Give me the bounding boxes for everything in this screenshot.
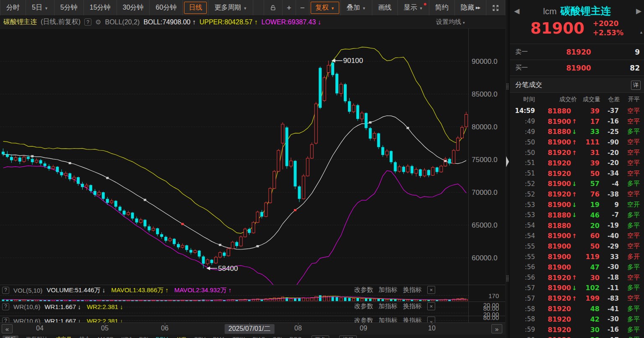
collapse-panel-arrow-icon[interactable] [506,156,509,167]
tick-row[interactable]: :5381900↓199空开 [510,199,644,210]
close-icon[interactable]: × [427,286,435,294]
detail-button[interactable]: 详 [631,81,641,90]
lock-icon-button[interactable] [264,0,283,16]
toolbar-button-daily[interactable]: 日线 [183,0,208,16]
panel-splitter[interactable] [505,0,510,338]
tick-row[interactable]: :548188020-19多平 [510,220,644,231]
toolbar-button-overlay[interactable]: 叠加▼ [341,0,372,16]
toolbar-button-draw-line[interactable]: 画线 [372,0,398,16]
tick-row[interactable]: :588192042-30多平 [510,314,644,325]
tick-openclose-flag: 空平 [619,242,641,250]
tick-oi-change: 33 [600,253,619,261]
help-icon[interactable]: ? [2,317,9,323]
add-indicator-link[interactable]: 加指标 [379,317,397,322]
scroll-left-button[interactable]: « [2,324,13,333]
indicator-shortcut-WR[interactable]: WR [177,335,187,338]
toolbar-button-more-periods[interactable]: 更多周期▼ [208,0,253,16]
toolbar-button-zoom-in[interactable]: + [283,0,296,16]
change-params-link[interactable]: 改参数 [354,317,373,322]
indicator-shortcut-BOLL[interactable]: BOLL [156,335,170,338]
expand-icon-button[interactable] [486,0,505,16]
button-label: 30分钟 [123,3,144,12]
toolbar-button-fuquan[interactable]: 复权▼ [309,0,341,16]
tick-row[interactable]: :558190011933多开 [510,252,644,262]
toolbar-button-30min[interactable]: 30分钟 [117,0,150,16]
toolbar-button-60min[interactable]: 60分钟 [150,0,183,16]
indicator-shortcut-持仓[interactable]: 持仓 [79,335,90,338]
drag-handle[interactable] [506,83,509,90]
switch-indicator-link[interactable]: 换指标 [403,286,422,294]
candlestick-chart[interactable]: 9010058400 [0,29,505,322]
help-icon[interactable]: ? [84,18,91,26]
toolbar-button-display[interactable]: 显示▼ [398,0,429,16]
tick-row[interactable]: :5481900↑60-40空平 [510,231,644,241]
drag-handle[interactable] [506,275,509,282]
toolbar-button-15min[interactable]: 15分钟 [84,0,117,16]
tick-time: :51 [513,159,535,167]
bid-row[interactable]: 买一 81900 82 [510,60,644,76]
tick-row[interactable]: :5281920↑76-38空平 [510,189,644,199]
indicator-shortcut-MACD[interactable]: MACD [98,335,114,338]
toolbar-button-simple[interactable]: 简约 [429,0,455,16]
tick-row[interactable]: :5081920↑31-20空平 [510,147,644,158]
tick-list[interactable]: 14:598188039-37空平:4981900↑17-16空平:498188… [510,106,644,338]
change-params-link[interactable]: 改参数 [354,302,373,310]
tick-row[interactable]: :588192048-41多平 [510,304,644,314]
close-icon[interactable]: × [427,302,435,310]
change-params-link[interactable]: 改参数 [354,286,373,294]
collapse-icon[interactable]: ⌄ [427,317,435,322]
toolbar-button-zoom-out[interactable]: − [296,0,309,16]
tick-price: 81880 [535,211,571,219]
indicator-shortcut-CCI[interactable]: CCI [273,335,282,338]
next-contract-arrow-icon[interactable]: ▶ [636,7,641,16]
indicator-shortcut-横屏[interactable]: 横屏 [339,335,357,338]
tick-row[interactable]: :598192030-16多平 [510,325,644,335]
tick-row[interactable]: :4981880↓33-25多平 [510,127,644,137]
indicator-shortcut-RSI[interactable]: RSI [139,335,148,338]
indicator-shortcut-BIAS[interactable]: BIAS [252,335,265,338]
tick-row[interactable]: 14:598188039-37空平 [510,106,644,116]
switch-indicator-link[interactable]: 换指标 [403,317,422,322]
indicator-shortcut-恢复默认[interactable]: 恢复默认 [26,335,48,338]
tick-row[interactable]: :518192050-34空平 [510,168,644,179]
toolbar-button-5day[interactable]: 5日▼ [26,0,55,16]
up-arrow-icon: ↑ [571,118,578,125]
ask-row[interactable]: 卖一 81920 9 [510,44,644,60]
indicator-shortcut-DMA[interactable]: DMA [213,335,225,338]
help-icon[interactable]: ? [2,303,9,310]
gear-icon[interactable]: ⚙ [95,18,101,26]
add-indicator-link[interactable]: 加指标 [379,286,397,294]
indicator-shortcut-指标[interactable]: 指标 [3,335,18,338]
tick-row[interactable]: :5281900↓57-4多平 [510,179,644,189]
scroll-right-button[interactable]: » [491,324,502,333]
tick-openclose-flag: 空开 [619,201,641,209]
tick-row[interactable]: :568190047-30多平 [510,262,644,272]
toolbar-button-5min[interactable]: 5分钟 [55,0,84,16]
toolbar-button-minute[interactable]: 分时 [0,0,26,16]
tick-row[interactable]: :4981900↑17-16空平 [510,116,644,127]
indicator-shortcut-TRIX[interactable]: TRIX [233,335,245,338]
tick-row[interactable]: :5781920↑199-83空平 [510,293,644,304]
indicator-shortcut-ROC[interactable]: ROC [289,335,301,338]
tick-row[interactable]: :5081900↑111-90空平 [510,137,644,147]
indicator-shortcut-两色[interactable]: 两色 [312,335,329,338]
help-icon[interactable]: ? [2,287,9,294]
switch-indicator-link[interactable]: 换指标 [403,302,422,310]
ma-settings-button[interactable]: 设置均线▾ [436,18,465,26]
tick-price: 81880 [535,222,571,230]
tick-row[interactable]: :5381880↓46-7多平 [510,210,644,220]
tick-row[interactable]: :5681920↑30-18空平 [510,272,644,283]
indicator-shortcut-OBV[interactable]: OBV [194,335,205,338]
tick-row[interactable]: :558190050-29空平 [510,241,644,252]
scroll-top-arrow-icon[interactable]: ▲ [639,30,643,34]
prev-contract-arrow-icon[interactable]: ◀ [514,7,519,16]
tick-row[interactable]: :5781900↓102-11多平 [510,283,644,293]
indicator-shortcut-KDJ[interactable]: KDJ [121,335,132,338]
indicator-shortcut-成交量[interactable]: 成交量 [55,335,72,338]
toolbar-button-hide[interactable]: 隐藏▶▶ [455,0,486,16]
tick-oi-change: -30 [600,315,619,323]
tick-section-title: 分笔成交 [515,81,542,89]
tick-row[interactable]: :518192039-20空平 [510,158,644,168]
tick-row[interactable]: :598192028-17多平 [510,335,644,338]
add-indicator-link[interactable]: 加指标 [379,302,397,310]
